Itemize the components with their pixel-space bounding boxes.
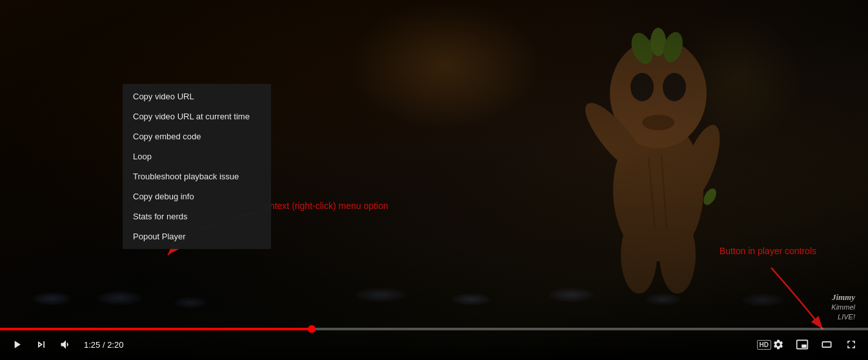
menu-item-troubleshoot[interactable]: Troubleshoot playback issue — [123, 166, 271, 186]
settings-button[interactable]: HD — [754, 336, 787, 353]
theater-mode-button[interactable] — [818, 335, 836, 354]
watermark: Jimmy Kimmel LIVE! — [831, 292, 855, 321]
next-button[interactable] — [32, 335, 50, 354]
menu-item-copy-video-url[interactable]: Copy video URL — [123, 86, 271, 106]
fullscreen-button[interactable] — [842, 335, 860, 354]
menu-item-stats-for-nerds[interactable]: Stats for nerds — [123, 206, 271, 226]
controls-arrow-svg — [758, 265, 842, 335]
menu-item-loop[interactable]: Loop — [123, 146, 271, 166]
context-menu: Copy video URL Copy video URL at current… — [123, 84, 271, 249]
player-controls-annotation: Button in player controls — [720, 245, 816, 257]
miniplayer-button[interactable] — [793, 335, 811, 354]
menu-item-copy-video-url-time[interactable]: Copy video URL at current time — [123, 106, 271, 126]
menu-item-copy-embed-code[interactable]: Copy embed code — [123, 126, 271, 146]
hd-badge: HD — [757, 340, 771, 350]
menu-item-copy-debug-info[interactable]: Copy debug info — [123, 186, 271, 206]
play-button[interactable] — [8, 335, 26, 354]
time-display: 1:25 / 2:20 — [84, 340, 123, 350]
context-menu-annotation: Context (right-click) menu option — [258, 200, 389, 212]
volume-button[interactable] — [57, 335, 75, 354]
menu-item-popout-player[interactable]: Popout Player — [123, 226, 271, 246]
player-controls: 1:25 / 2:20 HD — [0, 329, 868, 360]
